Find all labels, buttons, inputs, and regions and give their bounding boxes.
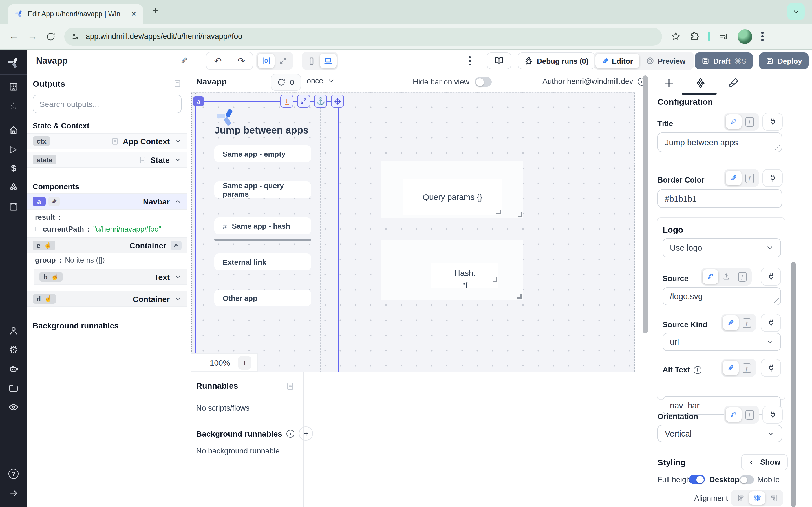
rename-app-button[interactable]: ✎ xyxy=(181,50,188,72)
source-kind-static-mode-button[interactable]: ✎ xyxy=(723,316,739,330)
profile-avatar[interactable] xyxy=(738,29,752,44)
align-right-button[interactable] xyxy=(765,491,781,505)
doc-icon[interactable] xyxy=(173,79,182,88)
editor-tab[interactable]: ✎ Editor xyxy=(596,54,640,68)
docs-button[interactable] xyxy=(487,52,511,69)
query-params-text[interactable]: Query params {} xyxy=(403,179,502,215)
group-row[interactable]: group : No items ([]) xyxy=(27,256,187,264)
alt-text-fx-mode-button[interactable]: ƒ xyxy=(739,360,755,375)
fullwidth-layout-button[interactable] xyxy=(274,54,292,68)
refresh-mode-select[interactable]: once xyxy=(307,76,335,85)
bookmark-star-icon[interactable] xyxy=(671,32,680,41)
sidebar-item-folders[interactable] xyxy=(0,379,27,398)
logo-select[interactable]: Use logo xyxy=(663,238,781,258)
title-connect-button[interactable] xyxy=(762,113,783,131)
sidebar-item-variables[interactable]: $ xyxy=(0,159,27,178)
sidebar-item-schedules[interactable] xyxy=(0,197,27,216)
search-outputs-field[interactable] xyxy=(33,95,182,113)
chevron-down-icon[interactable] xyxy=(174,137,182,145)
source-kind-select[interactable]: url xyxy=(663,333,781,351)
sidebar-item-home[interactable] xyxy=(0,121,27,140)
chevron-down-icon[interactable] xyxy=(174,156,182,163)
add-background-runnable-button[interactable]: + xyxy=(299,427,313,441)
window-chevron-button[interactable] xyxy=(787,3,805,20)
expand-down-button[interactable]: ↓ xyxy=(280,95,293,108)
title-fx-mode-button[interactable]: ƒ xyxy=(742,114,757,129)
hide-bar-toggle[interactable] xyxy=(474,77,492,87)
back-icon[interactable]: ← xyxy=(9,31,18,42)
nav-button-query-params[interactable]: Same app - query params xyxy=(214,181,311,198)
nav-button-same-app-empty[interactable]: Same app - empty xyxy=(214,145,311,162)
orientation-static-mode-button[interactable]: ✎ xyxy=(726,407,742,422)
sidebar-item-workspace[interactable] xyxy=(0,77,27,96)
component-row-text-b[interactable]: b☝ Text xyxy=(34,269,187,285)
source-input[interactable]: /logo.svg xyxy=(663,287,781,305)
sidebar-item-workers[interactable] xyxy=(0,359,27,379)
sidebar-item-resources[interactable] xyxy=(0,178,27,197)
tab-close-icon[interactable]: ✕ xyxy=(131,10,137,18)
sidebar-item-help[interactable]: ? xyxy=(0,464,27,483)
anchor-button[interactable]: ⚓ xyxy=(314,95,327,108)
nav-button-external-link[interactable]: External link xyxy=(214,253,311,270)
doc-icon[interactable] xyxy=(286,382,294,390)
full-height-toggle[interactable] xyxy=(689,475,705,484)
source-upload-button[interactable] xyxy=(718,269,734,284)
resize-handle[interactable] xyxy=(517,294,522,298)
resize-handle[interactable] xyxy=(496,210,501,214)
canvas-scrollbar[interactable] xyxy=(643,75,648,334)
resize-handle[interactable] xyxy=(518,212,522,217)
show-styling-button[interactable]: Show xyxy=(741,454,788,470)
result-row[interactable]: result: xyxy=(27,213,187,221)
source-kind-connect-button[interactable] xyxy=(761,314,781,332)
browser-menu-icon[interactable] xyxy=(761,32,763,41)
resize-handle[interactable] xyxy=(493,277,497,282)
sidebar-expand-button[interactable] xyxy=(0,483,27,503)
reload-icon[interactable] xyxy=(46,32,55,41)
chevron-up-icon[interactable] xyxy=(174,198,182,205)
refresh-count-button[interactable]: 0 xyxy=(271,74,301,91)
sidebar-item-audit-logs[interactable] xyxy=(0,398,27,417)
edit-component-button[interactable]: ✎ xyxy=(48,196,59,206)
address-bar[interactable]: app.windmill.dev/apps/edit/u/henri/navap… xyxy=(64,27,662,45)
orientation-fx-mode-button[interactable]: ƒ xyxy=(742,407,757,422)
browser-tab[interactable]: Edit App u/henri/navapp | Win ✕ xyxy=(8,4,143,24)
search-input[interactable] xyxy=(40,100,175,108)
undo-button[interactable]: ↶ xyxy=(206,52,230,69)
preview-tab[interactable]: Preview xyxy=(640,54,692,68)
title-input[interactable]: Jump between apps xyxy=(658,132,782,152)
chevron-down-icon[interactable] xyxy=(174,273,182,281)
app-canvas[interactable]: a ↓ ⚓ Jump b xyxy=(191,93,635,372)
sidebar-item-runs[interactable]: ▷ xyxy=(0,140,27,159)
component-row-container-d[interactable]: d☝ Container xyxy=(27,291,187,307)
source-fx-mode-button[interactable]: ƒ xyxy=(734,269,750,284)
component-row-container-e[interactable]: e☝ Container xyxy=(27,237,187,253)
border-color-static-mode-button[interactable]: ✎ xyxy=(726,171,742,185)
media-playlist-icon[interactable] xyxy=(719,32,728,41)
source-connect-button[interactable] xyxy=(761,268,781,286)
draft-button[interactable]: Draft ⌘S xyxy=(695,52,753,69)
orientation-select[interactable]: Vertical xyxy=(658,425,782,442)
alt-text-static-mode-button[interactable]: ✎ xyxy=(723,360,739,375)
more-options-button[interactable] xyxy=(469,50,470,72)
forward-icon[interactable]: → xyxy=(28,31,37,42)
expand-component-button[interactable] xyxy=(297,95,310,108)
orientation-connect-button[interactable] xyxy=(762,406,783,424)
centered-layout-button[interactable] xyxy=(258,54,274,68)
border-color-connect-button[interactable] xyxy=(762,169,783,187)
hash-text[interactable]: Hash: "f xyxy=(432,263,499,288)
collapse-chevron-up-icon[interactable] xyxy=(171,240,182,250)
border-color-input[interactable]: #b1b1b1 xyxy=(658,189,782,208)
current-path-row[interactable]: currentPath : "u/henri/navapp#foo" xyxy=(35,225,187,233)
redo-button[interactable]: ↷ xyxy=(230,52,253,69)
mobile-toggle[interactable] xyxy=(739,475,754,484)
settings-tab[interactable] xyxy=(695,78,706,89)
move-button[interactable] xyxy=(331,95,344,108)
nav-button-other-app[interactable]: Other app xyxy=(214,290,311,306)
sidebar-item-settings[interactable]: ⚙ xyxy=(0,340,27,359)
output-row-ctx[interactable]: ctx App Context xyxy=(27,133,187,149)
debug-runs-button[interactable]: Debug runs (0) xyxy=(518,52,595,69)
chevron-down-icon[interactable] xyxy=(174,295,182,302)
config-scrollbar[interactable] xyxy=(791,262,796,507)
zoom-in-button[interactable]: + xyxy=(238,356,252,369)
selection-tag[interactable]: a xyxy=(193,96,204,107)
